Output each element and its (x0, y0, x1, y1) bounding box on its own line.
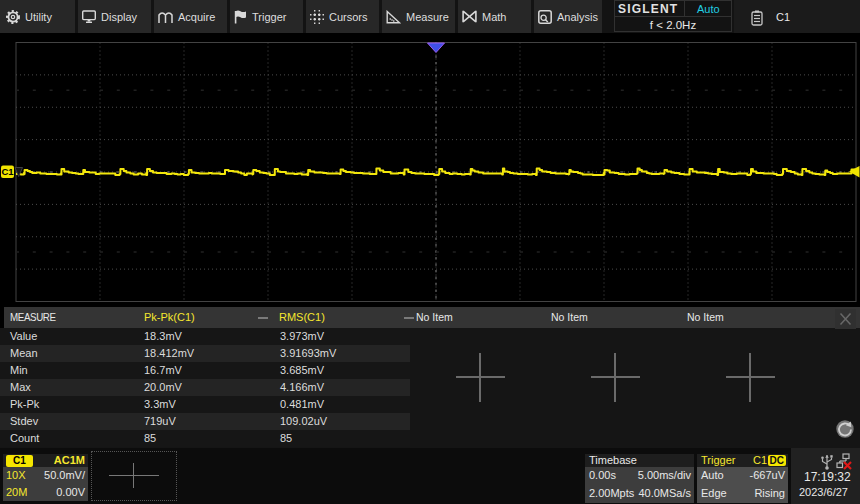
svg-text:C1: C1 (1, 166, 14, 177)
